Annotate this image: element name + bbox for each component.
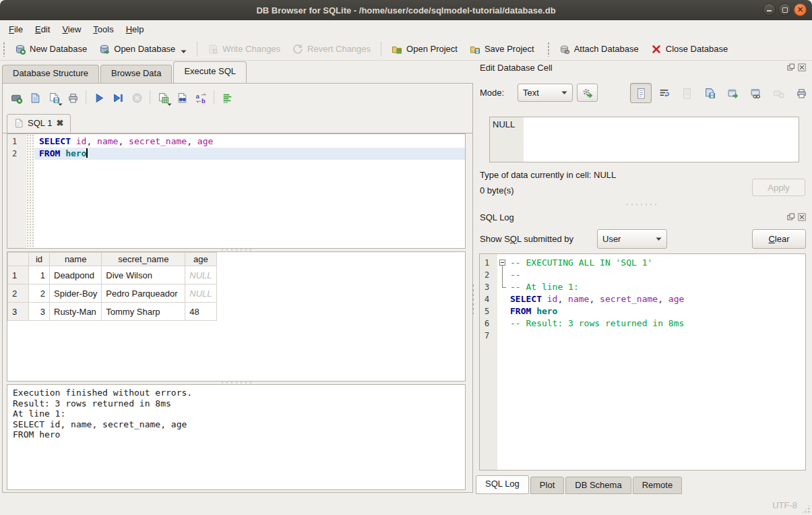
splitter-handle[interactable] xyxy=(472,283,475,314)
table-row: 33Rusty-ManTommy Sharp48 xyxy=(8,303,217,321)
sql-document-tab[interactable]: SQL 1 ✖ xyxy=(7,114,71,133)
window-close-button[interactable] xyxy=(794,3,807,16)
cell-size-info: 0 byte(s) xyxy=(480,185,514,195)
cell-text-mode-button[interactable] xyxy=(630,83,652,103)
table-cell[interactable]: NULL xyxy=(185,284,216,303)
toolbar-drag-handle[interactable] xyxy=(547,42,551,57)
gear-icon xyxy=(582,87,593,98)
revert-changes-button[interactable]: Revert Changes xyxy=(286,40,377,58)
splitter-handle[interactable] xyxy=(626,203,657,206)
open-project-icon xyxy=(392,44,402,55)
execute-sql-panel: ab SQL 1 ✖ 12 SELECT id, name, secret_na… xyxy=(2,83,473,493)
mode-select[interactable]: Text xyxy=(518,84,573,102)
column-header-id[interactable]: id xyxy=(29,253,50,266)
export-results-button[interactable] xyxy=(154,88,173,107)
open-database-button[interactable]: Open Database xyxy=(93,40,193,58)
close-panel-icon[interactable] xyxy=(797,63,806,71)
minimize-button[interactable] xyxy=(763,3,776,16)
link-icon xyxy=(750,88,761,99)
cell-value-editor[interactable]: NULL xyxy=(489,117,799,162)
table-cell[interactable]: 2 xyxy=(29,284,50,303)
status-bar: UTF-8 xyxy=(0,494,812,515)
table-cell[interactable]: Deadpond xyxy=(50,266,102,284)
cell-import-button[interactable] xyxy=(676,83,697,103)
dock-tab-db-schema[interactable]: DB Schema xyxy=(565,477,631,494)
menu-file[interactable]: File xyxy=(3,22,29,36)
open-project-button[interactable]: Open Project xyxy=(385,40,464,58)
auto-apply-button[interactable] xyxy=(577,84,598,102)
resize-grip[interactable] xyxy=(801,504,811,514)
table-cell[interactable]: Spider-Boy xyxy=(50,284,102,303)
svg-text:b: b xyxy=(201,96,206,103)
clear-log-button[interactable]: Clear xyxy=(752,229,806,249)
dock-tab-sql-log[interactable]: SQL Log xyxy=(476,475,529,494)
sql-document-icon xyxy=(14,118,24,128)
execute-all-button[interactable] xyxy=(90,88,108,107)
tab-browse-data[interactable]: Browse Data xyxy=(100,65,172,83)
table-cell[interactable]: Dive Wilson xyxy=(102,266,185,284)
chevron-down-icon[interactable] xyxy=(181,50,187,54)
apply-button[interactable]: Apply xyxy=(752,179,805,196)
close-tab-icon[interactable]: ✖ xyxy=(56,118,63,128)
cell-set-null-button[interactable] xyxy=(768,83,789,103)
table-cell[interactable]: Rusty-Man xyxy=(50,303,102,321)
open-sql-file-button[interactable] xyxy=(26,88,44,107)
row-header[interactable]: 3 xyxy=(8,303,29,321)
close-database-button[interactable]: Close Database xyxy=(645,40,735,58)
row-header[interactable]: 1 xyxy=(8,266,29,284)
save-project-button[interactable]: Save Project xyxy=(464,40,540,58)
svg-text:a: a xyxy=(195,92,199,100)
dock-tab-plot[interactable]: Plot xyxy=(530,477,564,494)
close-database-icon xyxy=(651,44,662,55)
write-changes-icon xyxy=(208,44,218,55)
menu-edit[interactable]: Edit xyxy=(29,22,56,36)
find-button[interactable] xyxy=(173,88,191,107)
cell-export-button[interactable] xyxy=(699,83,720,103)
table-cell[interactable]: Pedro Parqueador xyxy=(102,284,185,303)
find-icon xyxy=(177,92,188,104)
format-sql-button[interactable] xyxy=(218,88,237,107)
table-cell[interactable]: 48 xyxy=(185,303,216,321)
close-panel-icon[interactable] xyxy=(797,212,806,221)
table-row: 22Spider-BoyPedro ParqueadorNULL xyxy=(8,284,217,303)
save-sql-file-button[interactable] xyxy=(44,88,63,107)
float-panel-icon[interactable] xyxy=(786,63,795,71)
tab-database-structure[interactable]: Database Structure xyxy=(2,65,99,83)
menu-help[interactable]: Help xyxy=(120,22,150,36)
stop-execution-button[interactable] xyxy=(127,88,146,107)
column-header-name[interactable]: name xyxy=(50,253,102,266)
table-cell[interactable]: 1 xyxy=(29,266,50,284)
print-sql-button[interactable] xyxy=(63,88,82,107)
table-cell[interactable]: NULL xyxy=(185,266,216,284)
attach-database-button[interactable]: Attach Database xyxy=(553,40,645,58)
table-cell[interactable]: 3 xyxy=(29,303,50,321)
cell-copy-link-button[interactable] xyxy=(745,83,766,103)
execute-current-line-icon xyxy=(113,92,124,104)
column-header-age[interactable]: age xyxy=(185,253,216,266)
format-sql-icon xyxy=(222,92,233,104)
execute-current-line-button[interactable] xyxy=(108,88,127,107)
find-replace-button[interactable]: ab xyxy=(191,88,210,107)
cell-word-wrap-button[interactable] xyxy=(653,83,675,103)
tab-execute-sql[interactable]: Execute SQL xyxy=(173,61,247,83)
menu-view[interactable]: View xyxy=(56,22,87,36)
float-panel-icon[interactable] xyxy=(786,212,795,221)
sql-editor[interactable]: 12 SELECT id, name, secret_name, ageFROM… xyxy=(7,133,466,249)
sql-log-filter-select[interactable]: User xyxy=(597,229,667,249)
column-header-secret_name[interactable]: secret_name xyxy=(102,253,185,266)
menu-tools[interactable]: Tools xyxy=(87,22,119,36)
table-cell[interactable]: Tommy Sharp xyxy=(102,303,185,321)
write-changes-button[interactable]: Write Changes xyxy=(201,40,286,58)
toolbar-drag-handle[interactable] xyxy=(3,42,6,57)
new-sql-tab-button[interactable] xyxy=(7,88,26,107)
cell-open-in-app-button[interactable] xyxy=(722,83,743,103)
new-database-button[interactable]: New Database xyxy=(9,40,93,58)
chevron-down-icon xyxy=(557,91,567,95)
row-header[interactable]: 2 xyxy=(8,284,29,303)
maximize-button[interactable] xyxy=(778,3,791,16)
sql-log-view[interactable]: 1234567 -- EXECUTING ALL IN 'SQL 1'---- … xyxy=(479,253,806,471)
find-replace-icon: ab xyxy=(195,92,207,104)
dock-tab-remote[interactable]: Remote xyxy=(633,477,683,494)
cell-print-button[interactable] xyxy=(790,83,812,103)
text-document-icon xyxy=(635,88,647,99)
